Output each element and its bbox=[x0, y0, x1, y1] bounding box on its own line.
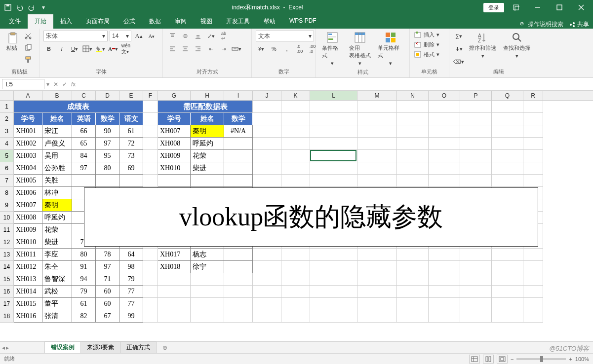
column-header[interactable]: M bbox=[357, 91, 397, 100]
ribbon-options-icon[interactable] bbox=[506, 0, 526, 15]
cell[interactable] bbox=[492, 150, 523, 162]
italic-icon[interactable]: I bbox=[56, 43, 67, 54]
cell[interactable] bbox=[397, 150, 429, 162]
cell[interactable] bbox=[397, 310, 429, 323]
cell[interactable]: 公孙胜 bbox=[42, 162, 72, 175]
cell[interactable] bbox=[460, 150, 492, 162]
page-layout-view-icon[interactable] bbox=[483, 355, 494, 364]
cell[interactable]: 呼延灼 bbox=[191, 138, 224, 150]
cell[interactable]: 秦明 bbox=[42, 199, 72, 212]
cell[interactable] bbox=[357, 298, 397, 310]
column-header[interactable]: K bbox=[281, 91, 310, 100]
border-icon[interactable]: ▾ bbox=[82, 43, 93, 54]
column-header[interactable]: Q bbox=[492, 91, 523, 100]
cell[interactable] bbox=[492, 298, 523, 310]
cell[interactable]: XH009 bbox=[158, 150, 191, 162]
cell[interactable] bbox=[357, 138, 397, 150]
cell[interactable]: 72 bbox=[119, 138, 143, 150]
cell[interactable] bbox=[397, 286, 429, 298]
cell[interactable] bbox=[143, 175, 158, 187]
cell[interactable]: 66 bbox=[72, 125, 96, 138]
cell[interactable] bbox=[281, 310, 310, 323]
column-header[interactable]: I bbox=[224, 91, 253, 100]
page-break-view-icon[interactable] bbox=[497, 355, 508, 364]
row-header[interactable]: 7 bbox=[0, 175, 13, 187]
select-all-corner[interactable] bbox=[0, 91, 14, 100]
cell[interactable] bbox=[191, 310, 224, 323]
cell[interactable]: XH002 bbox=[14, 138, 42, 150]
cell[interactable] bbox=[429, 298, 460, 310]
cell[interactable] bbox=[429, 138, 460, 150]
phonetic-icon[interactable]: wén文▾ bbox=[120, 43, 131, 54]
row-header[interactable]: 8 bbox=[0, 187, 13, 199]
increase-font-icon[interactable]: A▴ bbox=[133, 31, 144, 41]
cell[interactable]: 61 bbox=[119, 125, 143, 138]
ribbon-tab-插入[interactable]: 插入 bbox=[53, 14, 79, 29]
cell[interactable] bbox=[460, 249, 492, 261]
cell[interactable] bbox=[143, 286, 158, 298]
cell[interactable]: XH001 bbox=[14, 125, 42, 138]
cell[interactable]: 英语 bbox=[72, 113, 96, 125]
cell[interactable]: 78 bbox=[96, 249, 119, 261]
cell[interactable]: 71 bbox=[96, 273, 119, 286]
cell[interactable]: XH012 bbox=[14, 261, 42, 273]
cell[interactable]: 关胜 bbox=[42, 175, 72, 187]
cell[interactable]: 80 bbox=[72, 249, 96, 261]
cell[interactable]: XH016 bbox=[14, 310, 42, 323]
column-header[interactable]: L bbox=[310, 91, 357, 100]
ribbon-tab-公式[interactable]: 公式 bbox=[117, 14, 142, 29]
format-cells-button[interactable]: 格式 ▾ bbox=[414, 50, 439, 58]
cell[interactable] bbox=[119, 175, 143, 187]
cell[interactable]: XH013 bbox=[14, 273, 42, 286]
cell[interactable] bbox=[397, 249, 429, 261]
cell[interactable] bbox=[397, 175, 429, 187]
orientation-icon[interactable]: ⤢▾ bbox=[205, 31, 216, 41]
cell[interactable] bbox=[460, 125, 492, 138]
cell[interactable] bbox=[460, 298, 492, 310]
cell[interactable]: 97 bbox=[96, 261, 119, 273]
cell[interactable]: 60 bbox=[96, 298, 119, 310]
cell[interactable] bbox=[253, 261, 281, 273]
ribbon-tab-帮助[interactable]: 帮助 bbox=[257, 14, 282, 29]
cell[interactable] bbox=[310, 113, 357, 125]
column-header[interactable]: N bbox=[397, 91, 429, 100]
cell[interactable] bbox=[492, 175, 523, 187]
cell[interactable]: 徐宁 bbox=[191, 261, 224, 273]
copy-icon[interactable] bbox=[23, 42, 34, 53]
cell[interactable]: 花荣 bbox=[42, 224, 72, 236]
conditional-formatting-button[interactable]: 条件格式▾ bbox=[320, 31, 344, 68]
cell[interactable] bbox=[310, 310, 357, 323]
column-header[interactable]: D bbox=[96, 91, 119, 100]
row-header[interactable]: 10 bbox=[0, 212, 13, 224]
cell[interactable] bbox=[281, 113, 310, 125]
cell[interactable] bbox=[357, 261, 397, 273]
cell[interactable] bbox=[281, 286, 310, 298]
cell[interactable]: 80 bbox=[96, 162, 119, 175]
ribbon-tab-文件[interactable]: 文件 bbox=[2, 14, 28, 29]
cell[interactable] bbox=[397, 101, 429, 113]
cell[interactable] bbox=[357, 175, 397, 187]
cell[interactable] bbox=[357, 162, 397, 175]
cell[interactable]: XH017 bbox=[158, 249, 191, 261]
cell[interactable] bbox=[253, 150, 281, 162]
fill-icon[interactable]: ⬇▾ bbox=[453, 43, 464, 54]
cell[interactable] bbox=[492, 113, 523, 125]
cell[interactable]: XH009 bbox=[14, 224, 42, 236]
enter-formula-icon[interactable]: ✓ bbox=[62, 81, 67, 88]
sort-filter-button[interactable]: AZ排序和筛选▾ bbox=[467, 31, 498, 60]
cell[interactable] bbox=[357, 286, 397, 298]
paste-button[interactable]: 粘贴 bbox=[4, 31, 20, 53]
cell[interactable]: 需匹配数据表 bbox=[158, 101, 253, 113]
cell[interactable] bbox=[429, 310, 460, 323]
cell[interactable] bbox=[310, 138, 357, 150]
cell[interactable]: 成绩表 bbox=[14, 101, 143, 113]
cell[interactable]: 柴进 bbox=[42, 236, 72, 249]
cell[interactable] bbox=[492, 286, 523, 298]
fx-icon[interactable]: fx bbox=[71, 81, 76, 88]
cell[interactable] bbox=[143, 310, 158, 323]
column-header[interactable]: C bbox=[72, 91, 96, 100]
cell[interactable] bbox=[460, 113, 492, 125]
qat-customize-icon[interactable]: ▾ bbox=[40, 3, 47, 11]
cell[interactable] bbox=[523, 298, 543, 310]
row-header[interactable]: 2 bbox=[0, 113, 13, 125]
